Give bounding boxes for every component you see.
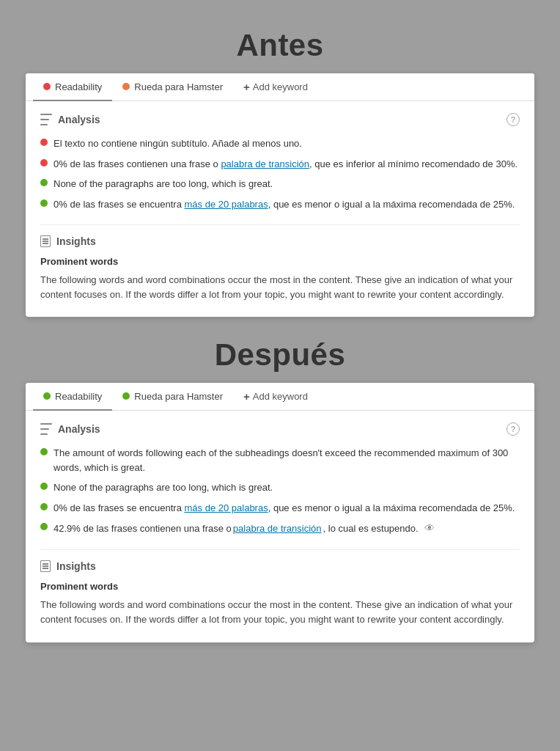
doc-icon-despues — [40, 560, 51, 572]
bullet-green-d4 — [40, 523, 48, 530]
antes-card: Readability Rueda para Hamster + Add key… — [26, 73, 534, 317]
antes-prominent-desc: The following words and word combination… — [40, 273, 520, 302]
tab-keyword-despues[interactable]: Rueda para Hamster — [112, 384, 233, 411]
tab-keyword-antes[interactable]: Rueda para Hamster — [112, 74, 233, 101]
tab-readability-antes[interactable]: Readability — [33, 74, 112, 101]
bullet-green-d2 — [40, 483, 48, 490]
tab-keyword-label-antes: Rueda para Hamster — [134, 81, 223, 92]
plus-icon-antes: + — [243, 81, 250, 93]
analysis-item: The amount of words following each of th… — [40, 446, 520, 475]
analysis-text-2: 0% de las frases contienen una frase o p… — [54, 157, 517, 172]
tab-readability-label-antes: Readability — [55, 81, 102, 92]
doc-icon-antes — [40, 235, 51, 247]
analysis-item: None of the paragraphs are too long, whi… — [40, 177, 520, 191]
antes-insights-header: Insights — [40, 235, 520, 247]
despues-tabs-row: Readability Rueda para Hamster + Add key… — [26, 383, 534, 411]
list-icon-despues — [40, 423, 52, 435]
plus-icon-despues: + — [243, 390, 250, 403]
antes-tabs-row: Readability Rueda para Hamster + Add key… — [26, 73, 534, 101]
antes-analysis-title-group: Analysis — [40, 114, 100, 125]
eye-icon[interactable]: 👁 — [424, 521, 435, 536]
antes-card-body: Analysis ? El texto no contiene ningún s… — [26, 101, 534, 317]
despues-analysis-title-group: Analysis — [40, 423, 100, 435]
despues-title: Después — [215, 337, 346, 373]
analysis-text-d4: 42.9% de las frases contienen una frase … — [54, 521, 435, 536]
bullet-green-4 — [40, 199, 48, 207]
antes-title: Antes — [236, 28, 323, 63]
despues-analysis-list: The amount of words following each of th… — [40, 446, 520, 536]
analysis-text-1: El texto no contiene ningún subtítulo. A… — [54, 136, 302, 151]
divider-despues — [40, 549, 520, 550]
tab-readability-despues[interactable]: Readability — [33, 384, 112, 411]
analysis-text-3: None of the paragraphs are too long, whi… — [54, 177, 273, 191]
transition-link-antes[interactable]: palabra de transición — [221, 158, 309, 169]
transition-link-despues[interactable]: palabra de transición — [233, 521, 322, 536]
tab-add-label-despues: Add keyword — [253, 391, 308, 402]
list-icon-antes — [40, 114, 52, 125]
despues-help-icon[interactable]: ? — [506, 422, 520, 436]
analysis-item: El texto no contiene ningún subtítulo. A… — [40, 136, 520, 151]
analysis-item: 0% de las frases se encuentra más de 20 … — [40, 197, 520, 212]
antes-insights-label: Insights — [56, 235, 96, 247]
despues-insights-header: Insights — [40, 560, 520, 572]
despues-analysis-label: Analysis — [58, 423, 100, 435]
tab-add-label-antes: Add keyword — [253, 81, 308, 92]
despues-analysis-header: Analysis ? — [40, 422, 520, 436]
analysis-item: 0% de las frases contienen una frase o p… — [40, 157, 520, 172]
tab-add-keyword-antes[interactable]: + Add keyword — [233, 73, 318, 100]
palabras-link-despues[interactable]: más de 20 palabras — [185, 502, 268, 513]
despues-prominent-desc: The following words and word combination… — [40, 598, 520, 627]
analysis-item: None of the paragraphs are too long, whi… — [40, 480, 520, 495]
tab-add-keyword-despues[interactable]: + Add keyword — [233, 383, 318, 410]
antes-analysis-list: El texto no contiene ningún subtítulo. A… — [40, 136, 520, 211]
antes-analysis-header: Analysis ? — [40, 113, 520, 126]
analysis-item: 42.9% de las frases contienen una frase … — [40, 521, 520, 536]
readability-dot-despues — [43, 392, 51, 400]
analysis-text-4: 0% de las frases se encuentra más de 20 … — [54, 197, 515, 212]
tab-keyword-label-despues: Rueda para Hamster — [134, 391, 223, 402]
bullet-red-2 — [40, 159, 48, 166]
divider-antes — [40, 224, 520, 225]
analysis-text-d1: The amount of words following each of th… — [54, 446, 520, 475]
tab-readability-label-despues: Readability — [55, 391, 102, 402]
bullet-green-d1 — [40, 448, 48, 455]
despues-prominent-title: Prominent words — [40, 581, 520, 592]
analysis-text-d2: None of the paragraphs are too long, whi… — [54, 480, 273, 495]
bullet-green-3 — [40, 179, 48, 186]
antes-help-icon[interactable]: ? — [506, 113, 520, 126]
analysis-item: 0% de las frases se encuentra más de 20 … — [40, 501, 520, 516]
keyword-dot-antes — [122, 83, 130, 90]
bullet-red-1 — [40, 139, 48, 146]
despues-insights-label: Insights — [56, 560, 96, 572]
palabras-link-antes[interactable]: más de 20 palabras — [185, 199, 268, 210]
despues-card: Readability Rueda para Hamster + Add key… — [26, 383, 534, 642]
readability-dot-antes — [43, 83, 51, 90]
keyword-dot-despues — [122, 392, 130, 400]
antes-prominent-title: Prominent words — [40, 256, 520, 267]
bullet-green-d3 — [40, 503, 48, 510]
antes-analysis-label: Analysis — [58, 114, 100, 125]
analysis-text-d3: 0% de las frases se encuentra más de 20 … — [54, 501, 515, 516]
despues-card-body: Analysis ? The amount of words following… — [26, 411, 534, 642]
